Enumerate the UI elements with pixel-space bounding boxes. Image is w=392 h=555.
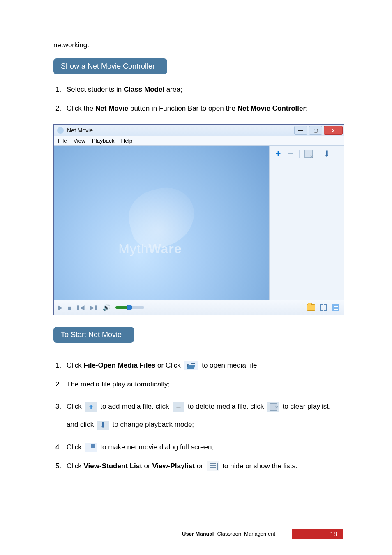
close-button[interactable]: x: [324, 126, 343, 135]
text: button in Function Bar to open the: [128, 104, 238, 112]
menu-file[interactable]: FFileile: [58, 138, 67, 144]
app-icon: [57, 127, 64, 134]
open-folder-icon: [184, 361, 198, 370]
step-2: The media file play automatically;: [63, 379, 343, 398]
menu-bar: FFileile View Playback Help: [54, 136, 344, 146]
net-movie-window: Net Movie — ▢ x FFileile View Playback H…: [53, 124, 344, 315]
section-heading-show-controller: Show a Net Movie Controller: [53, 58, 167, 74]
window-title: Net Movie: [67, 127, 93, 134]
lead-text: networking.: [53, 41, 343, 49]
minimize-button[interactable]: —: [294, 126, 307, 135]
open-folder-icon[interactable]: [307, 304, 315, 311]
fullscreen-icon[interactable]: [320, 304, 327, 311]
minus-icon: −: [173, 402, 184, 412]
stop-icon[interactable]: ■: [68, 304, 71, 311]
footer-user-manual: User Manual: [182, 531, 214, 537]
volume-slider[interactable]: [115, 306, 144, 309]
bold: Class Model: [124, 86, 164, 93]
brand-text: MythWare: [118, 241, 182, 257]
player-pane: MythWare: [54, 146, 269, 300]
menu-help[interactable]: Help: [121, 138, 133, 144]
maximize-button[interactable]: ▢: [309, 126, 322, 135]
playback-mode-icon[interactable]: ⬇: [323, 150, 330, 157]
page-footer: User Manual Classroom Management 18: [53, 529, 343, 539]
next-icon[interactable]: ▶▮: [90, 304, 98, 311]
titlebar: Net Movie — ▢ x: [54, 125, 344, 136]
text: ;: [306, 104, 308, 112]
previous-icon[interactable]: ▮◀: [76, 304, 85, 311]
play-icon[interactable]: ▶: [58, 304, 63, 311]
menu-playback[interactable]: Playback: [92, 138, 115, 144]
playlist-pane: + − ⬇: [269, 146, 344, 300]
list-toggle-icon[interactable]: [332, 304, 339, 311]
footer-classroom-management: Classroom Management: [217, 531, 275, 537]
section-heading-start-movie: To Start Net Movie: [53, 327, 134, 343]
step-2: Click the Net Movie button in Function B…: [63, 103, 343, 122]
clear-playlist-icon: ✕: [267, 402, 279, 412]
separator: [299, 150, 300, 158]
steps-show-controller: Select students in Class Model area; Cli…: [53, 84, 343, 122]
fullscreen-icon: [85, 443, 97, 452]
bold: Net Movie: [95, 104, 128, 112]
text: Click the: [67, 104, 95, 112]
minus-icon[interactable]: −: [287, 150, 294, 157]
sound-icon[interactable]: 🔊: [103, 304, 111, 311]
step-1: Select students in Class Model area;: [63, 84, 343, 103]
player-controls: ▶ ■ ▮◀ ▶▮ 🔊: [54, 300, 344, 315]
text: Select students in: [67, 86, 124, 93]
list-toggle-icon: [207, 461, 219, 471]
steps-start-movie: Click File-Open Media Files or Click to …: [53, 360, 343, 479]
step-4: Click to make net movie dialog full scre…: [63, 442, 343, 461]
menu-view[interactable]: View: [74, 138, 85, 144]
playback-mode-icon: ⬇: [97, 421, 109, 430]
step-3: Click + to add media file, click − to de…: [63, 398, 343, 442]
step-5: Click View-Student List or View-Playlist…: [63, 461, 343, 480]
bold: Net Movie Controller: [238, 104, 306, 112]
plus-icon: +: [85, 402, 97, 412]
step-1: Click File-Open Media Files or Click to …: [63, 360, 343, 379]
plus-icon[interactable]: +: [274, 150, 282, 157]
separator: [318, 150, 318, 158]
page-number: 18: [292, 529, 343, 539]
text: area;: [164, 86, 182, 93]
clear-playlist-icon[interactable]: [304, 150, 313, 158]
